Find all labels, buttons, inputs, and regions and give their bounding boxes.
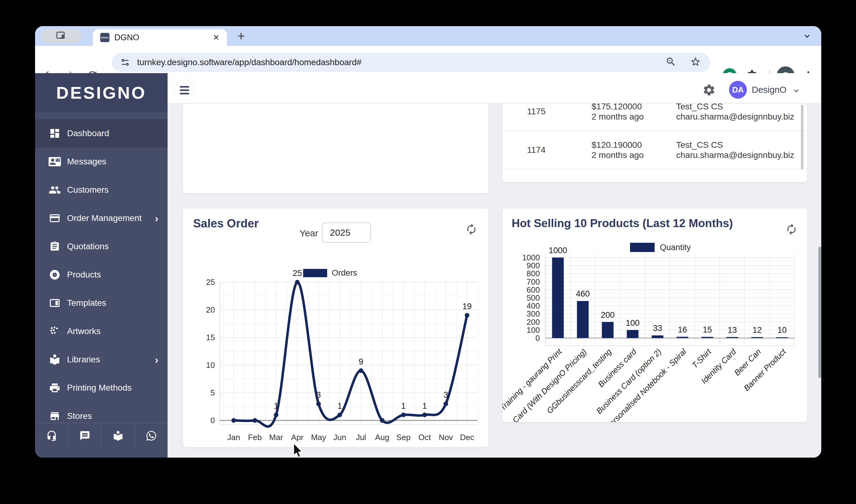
chevron-right-icon: › bbox=[155, 354, 158, 365]
card-sales-order: Sales Order Year 2025 0510152025JanFebMa… bbox=[183, 209, 488, 447]
sidebar-item-printing-methods[interactable]: Printing Methods bbox=[35, 374, 167, 402]
sidebar-item-products[interactable]: Products bbox=[35, 260, 167, 289]
order-customer-block: Test_CS CS charu.sharma@designnbuy.biz bbox=[676, 140, 794, 160]
address-bar[interactable]: turnkey.designo.software/app/dashboard/h… bbox=[112, 53, 710, 72]
svg-text:Dec: Dec bbox=[460, 433, 474, 442]
svg-text:Nov: Nov bbox=[439, 433, 453, 442]
svg-text:Banner Product: Banner Product bbox=[742, 347, 788, 393]
sidebar-nav: Dashboard Messages Customers Order Manag… bbox=[35, 119, 167, 430]
svg-text:May: May bbox=[311, 433, 326, 442]
order-customer-block: Test_CS CS charu.sharma@designnbuy.biz bbox=[676, 104, 794, 122]
order-customer: Test_CS CS bbox=[676, 140, 794, 150]
svg-text:700: 700 bbox=[527, 277, 540, 286]
svg-text:Oct: Oct bbox=[418, 433, 431, 442]
tabstrip-chevron-down-icon[interactable] bbox=[801, 30, 813, 42]
hot-products-bar-chart[interactable]: 0100200300400500600700800900100010004602… bbox=[502, 209, 807, 422]
url-text[interactable]: turnkey.designo.software/app/dashboard/h… bbox=[137, 57, 665, 67]
sidebar: DESIGNO Dashboard Messages Customers Ord… bbox=[35, 73, 167, 457]
order-amount-block: $120.190000 2 months ago bbox=[592, 140, 644, 160]
svg-text:Quantity: Quantity bbox=[660, 243, 691, 252]
svg-text:Jul: Jul bbox=[356, 433, 366, 442]
account-name[interactable]: DesignO bbox=[752, 85, 786, 95]
user-avatar[interactable]: DA bbox=[729, 81, 747, 98]
svg-text:200: 200 bbox=[527, 318, 540, 327]
order-row[interactable]: 1175 $175.120000 2 months ago Test_CS CS… bbox=[502, 104, 807, 131]
svg-text:500: 500 bbox=[527, 293, 540, 302]
library-book-icon[interactable] bbox=[102, 423, 135, 448]
tab-strip: DGNO DGNO ✕ + bbox=[35, 26, 821, 46]
templates-icon bbox=[49, 297, 61, 309]
bookmark-star-icon[interactable] bbox=[690, 56, 701, 69]
svg-text:15: 15 bbox=[206, 333, 215, 342]
new-tab-button[interactable]: + bbox=[233, 29, 249, 44]
svg-text:0: 0 bbox=[536, 334, 540, 343]
browser-window: DGNO DGNO ✕ + turnkey.designo.softwa bbox=[35, 26, 821, 457]
tab-favicon: DGNO bbox=[100, 33, 109, 42]
sidebar-item-dashboard[interactable]: Dashboard bbox=[35, 119, 167, 147]
svg-text:300: 300 bbox=[527, 309, 540, 318]
order-management-icon bbox=[49, 212, 61, 224]
svg-text:1: 1 bbox=[337, 401, 342, 411]
app-logo[interactable]: DESIGNO bbox=[56, 83, 146, 103]
svg-text:3: 3 bbox=[316, 390, 321, 399]
zoom-out-icon[interactable] bbox=[665, 56, 676, 69]
svg-text:1: 1 bbox=[401, 401, 406, 411]
sidebar-item-customers[interactable]: Customers bbox=[35, 176, 167, 204]
browser-tab[interactable]: DGNO DGNO ✕ bbox=[93, 29, 227, 46]
logo-band: DESIGNO bbox=[35, 73, 167, 112]
sidebar-item-libraries[interactable]: Libraries › bbox=[35, 345, 167, 374]
svg-text:800: 800 bbox=[527, 269, 540, 278]
sales-order-line-chart[interactable]: 0510152025JanFebMarAprMayJunJulAugSepOct… bbox=[183, 209, 488, 447]
hamburger-menu-button[interactable] bbox=[174, 79, 195, 101]
order-row[interactable]: 1174 $120.190000 2 months ago Test_CS CS… bbox=[502, 131, 807, 169]
svg-text:19: 19 bbox=[462, 302, 472, 311]
mouse-cursor bbox=[291, 442, 306, 459]
content-area: DA DesignO 1175 $175.120000 2 months ago… bbox=[167, 73, 821, 457]
svg-text:16: 16 bbox=[678, 325, 687, 335]
svg-text:1000: 1000 bbox=[549, 246, 567, 255]
sidebar-item-quotations[interactable]: Quotations bbox=[35, 232, 167, 260]
svg-text:5: 5 bbox=[211, 388, 215, 397]
account-chevron-down-icon[interactable] bbox=[792, 86, 801, 96]
stores-icon bbox=[49, 410, 61, 422]
support-headset-icon[interactable] bbox=[35, 423, 68, 448]
svg-text:200: 200 bbox=[601, 310, 614, 320]
screenshot-canvas: DGNO DGNO ✕ + turnkey.designo.softwa bbox=[0, 0, 856, 504]
order-amount: $120.190000 bbox=[592, 140, 644, 150]
order-time: 2 months ago bbox=[592, 111, 644, 122]
app-area: DESIGNO Dashboard Messages Customers Ord… bbox=[35, 73, 821, 457]
dashboard-icon bbox=[49, 127, 61, 140]
svg-text:900: 900 bbox=[527, 261, 540, 270]
svg-text:12: 12 bbox=[752, 325, 762, 335]
site-settings-icon[interactable] bbox=[120, 57, 130, 68]
quotations-icon bbox=[49, 240, 61, 253]
tab-title: DGNO bbox=[114, 33, 213, 42]
svg-text:20: 20 bbox=[206, 305, 215, 314]
products-icon bbox=[49, 269, 61, 281]
messages-icon bbox=[49, 156, 61, 168]
sidebar-item-order-management[interactable]: Order Management › bbox=[35, 204, 167, 232]
browser-toolbar: turnkey.designo.software/app/dashboard/h… bbox=[35, 46, 821, 73]
order-amount: $175.120000 bbox=[592, 104, 644, 111]
sidebar-item-messages[interactable]: Messages bbox=[35, 147, 167, 176]
libraries-icon bbox=[49, 354, 61, 366]
sidebar-item-templates[interactable]: Templates bbox=[35, 289, 167, 317]
chat-icon[interactable] bbox=[68, 423, 102, 448]
settings-gear-icon[interactable] bbox=[702, 83, 716, 97]
sidebar-item-artworks[interactable]: Artworks bbox=[35, 317, 167, 345]
card-recent-partial bbox=[183, 104, 488, 193]
order-time: 2 months ago bbox=[592, 150, 644, 160]
card-scrollbar[interactable] bbox=[801, 105, 803, 169]
tab-close-icon[interactable]: ✕ bbox=[213, 33, 219, 42]
app-header: DA DesignO bbox=[167, 73, 821, 103]
svg-text:400: 400 bbox=[527, 301, 540, 310]
svg-text:100: 100 bbox=[527, 325, 540, 335]
svg-text:Apr: Apr bbox=[291, 433, 304, 442]
chevron-right-icon: › bbox=[155, 213, 158, 223]
whatsapp-icon[interactable] bbox=[135, 423, 167, 448]
browser-profile-chip[interactable] bbox=[41, 29, 81, 43]
svg-text:1: 1 bbox=[274, 401, 278, 411]
order-id: 1175 bbox=[527, 104, 546, 130]
svg-text:25: 25 bbox=[206, 277, 215, 287]
window-scrollbar[interactable] bbox=[819, 247, 821, 378]
